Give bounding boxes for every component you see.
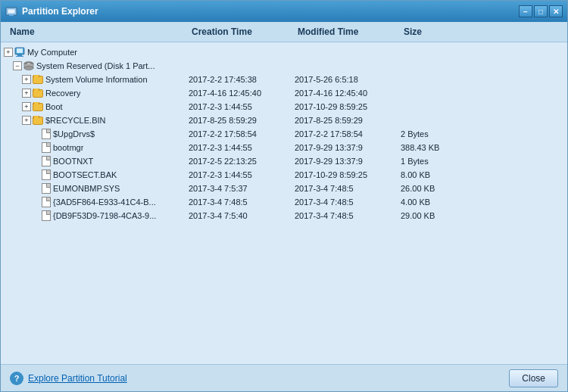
file-icon — [42, 142, 51, 153]
cell-size-bootnxt: 1 Bytes — [398, 157, 473, 166]
cell-name-guid1: {3AD5F864-E933-41C4-B... — [4, 197, 186, 207]
cell-creation-bootsect-bak: 2017-2-3 1:44:55 — [186, 170, 292, 179]
col-creation-header: Creation Time — [189, 25, 295, 39]
cell-modified-boot: 2017-10-29 8:59:25 — [292, 102, 398, 111]
tree-row-recycle-bin[interactable]: +$RECYCLE.BIN2017-8-25 8:59:292017-8-25 … — [1, 114, 567, 127]
cell-modified-system-volume-information: 2017-5-26 6:5:18 — [292, 75, 398, 84]
cell-name-system-reserved: −System Reserved (Disk 1 Part... — [4, 61, 186, 71]
col-size-header: Size — [401, 25, 476, 39]
file-icon — [42, 210, 51, 221]
file-tree[interactable]: +My Computer−System Reserved (Disk 1 Par… — [1, 42, 567, 364]
svg-point-9 — [24, 67, 33, 70]
cell-modified-upgdrvs: 2017-2-2 17:58:54 — [292, 129, 398, 138]
expand-button-recycle-bin[interactable]: + — [22, 116, 31, 125]
cell-modified-guid1: 2017-3-4 7:48:5 — [292, 198, 398, 207]
explore-tutorial-link[interactable]: Explore Partition Tutorial — [28, 373, 127, 384]
row-name-text-system-reserved: System Reserved (Disk 1 Part... — [36, 61, 155, 70]
row-name-text-recycle-bin: $RECYCLE.BIN — [45, 116, 105, 125]
tree-row-bootsect-bak[interactable]: BOOTSECT.BAK2017-2-3 1:44:552017-10-29 8… — [1, 168, 567, 182]
maximize-button[interactable]: □ — [534, 5, 548, 17]
cell-modified-guid2: 2017-3-4 7:48:5 — [292, 211, 398, 220]
svg-rect-1 — [8, 9, 15, 14]
expand-button-system-volume-information[interactable]: + — [22, 75, 31, 84]
cell-creation-recycle-bin: 2017-8-25 8:59:29 — [186, 116, 292, 125]
folder-icon — [33, 103, 43, 111]
minimize-button[interactable]: − — [519, 5, 532, 17]
file-icon — [42, 183, 51, 194]
app-icon — [5, 5, 17, 17]
tree-row-upgdrvs[interactable]: $UpgDrvs$2017-2-2 17:58:542017-2-2 17:58… — [1, 127, 567, 141]
expand-button-my-computer[interactable]: + — [4, 48, 13, 57]
cell-modified-bootnxt: 2017-9-29 13:37:9 — [292, 157, 398, 166]
svg-rect-6 — [16, 56, 23, 57]
cell-modified-recycle-bin: 2017-8-25 8:59:29 — [292, 116, 398, 125]
row-name-text-guid1: {3AD5F864-E933-41C4-B... — [53, 198, 156, 207]
row-name-text-eumonbmp-sys: EUMONBMP.SYS — [53, 184, 120, 193]
main-content: Name Creation Time Modified Time Size +M… — [1, 22, 567, 364]
file-icon — [42, 197, 51, 207]
cell-name-recycle-bin: +$RECYCLE.BIN — [4, 116, 186, 125]
row-name-text-bootsect-bak: BOOTSECT.BAK — [53, 170, 117, 179]
row-name-text-system-volume-information: System Volume Information — [45, 75, 148, 84]
row-name-text-recovery: Recovery — [45, 89, 80, 98]
tree-row-system-reserved[interactable]: −System Reserved (Disk 1 Part... — [1, 59, 567, 73]
cell-name-upgdrvs: $UpgDrvs$ — [4, 129, 186, 139]
cell-creation-upgdrvs: 2017-2-2 17:58:54 — [186, 129, 292, 138]
disk-icon — [23, 61, 34, 71]
tree-row-bootnxt[interactable]: BOOTNXT2017-2-5 22:13:252017-9-29 13:37:… — [1, 154, 567, 168]
tree-row-bootmgr[interactable]: bootmgr2017-2-3 1:44:552017-9-29 13:37:9… — [1, 141, 567, 154]
file-icon — [42, 129, 51, 139]
cell-creation-eumonbmp-sys: 2017-3-4 7:5:37 — [186, 184, 292, 193]
cell-creation-guid1: 2017-3-4 7:48:5 — [186, 198, 292, 207]
expand-button-recovery[interactable]: + — [22, 89, 31, 98]
cell-modified-recovery: 2017-4-16 12:45:40 — [292, 89, 398, 98]
cell-name-bootmgr: bootmgr — [4, 142, 186, 153]
cell-size-eumonbmp-sys: 26.00 KB — [398, 184, 473, 193]
folder-icon — [33, 89, 43, 98]
cell-name-boot: +Boot — [4, 102, 186, 111]
cell-size-guid1: 4.00 KB — [398, 198, 473, 207]
row-name-text-my-computer: My Computer — [27, 48, 77, 57]
cell-creation-boot: 2017-2-3 1:44:55 — [186, 102, 292, 111]
svg-point-10 — [27, 63, 30, 64]
tree-row-eumonbmp-sys[interactable]: EUMONBMP.SYS2017-3-4 7:5:372017-3-4 7:48… — [1, 182, 567, 195]
window-controls: − □ ✕ — [519, 5, 563, 17]
close-button[interactable]: Close — [509, 369, 558, 387]
cell-name-bootnxt: BOOTNXT — [4, 156, 186, 166]
cell-name-guid2: {DB9F53D9-7198-4CA3-9... — [4, 210, 186, 221]
table-header: Name Creation Time Modified Time Size — [1, 22, 567, 42]
help-icon[interactable]: ? — [10, 372, 23, 385]
tree-row-my-computer[interactable]: +My Computer — [1, 45, 567, 59]
cell-creation-guid2: 2017-3-4 7:5:40 — [186, 211, 292, 220]
file-icon — [42, 170, 51, 180]
window-title: Partition Explorer — [22, 6, 519, 17]
cell-name-recovery: +Recovery — [4, 89, 186, 98]
tree-row-recovery[interactable]: +Recovery2017-4-16 12:45:402017-4-16 12:… — [1, 86, 567, 100]
svg-rect-4 — [17, 48, 23, 53]
cell-name-eumonbmp-sys: EUMONBMP.SYS — [4, 183, 186, 194]
tree-row-guid2[interactable]: {DB9F53D9-7198-4CA3-9...2017-3-4 7:5:402… — [1, 209, 567, 222]
expand-button-system-reserved[interactable]: − — [13, 61, 22, 70]
cell-size-upgdrvs: 2 Bytes — [398, 129, 473, 138]
tree-row-system-volume-information[interactable]: +System Volume Information2017-2-2 17:45… — [1, 73, 567, 86]
expand-button-boot[interactable]: + — [22, 102, 31, 111]
cell-creation-system-volume-information: 2017-2-2 17:45:38 — [186, 75, 292, 84]
title-bar: Partition Explorer − □ ✕ — [1, 1, 567, 22]
row-name-text-bootmgr: bootmgr — [53, 143, 83, 152]
col-name-header: Name — [7, 25, 189, 39]
svg-rect-2 — [9, 14, 14, 16]
svg-rect-5 — [17, 54, 22, 56]
cell-creation-bootmgr: 2017-2-3 1:44:55 — [186, 143, 292, 152]
row-name-text-bootnxt: BOOTNXT — [53, 157, 93, 166]
tree-row-guid1[interactable]: {3AD5F864-E933-41C4-B...2017-3-4 7:48:52… — [1, 195, 567, 209]
row-name-text-guid2: {DB9F53D9-7198-4CA3-9... — [53, 211, 156, 220]
close-window-button[interactable]: ✕ — [549, 5, 563, 17]
cell-name-system-volume-information: +System Volume Information — [4, 75, 186, 84]
folder-icon — [33, 76, 43, 84]
col-modified-header: Modified Time — [295, 25, 401, 39]
folder-icon — [33, 117, 43, 125]
partition-explorer-window: Partition Explorer − □ ✕ Name Creation T… — [0, 0, 568, 392]
bottom-bar: ? Explore Partition Tutorial Close — [1, 364, 567, 391]
file-icon — [42, 156, 51, 166]
tree-row-boot[interactable]: +Boot2017-2-3 1:44:552017-10-29 8:59:25 — [1, 100, 567, 114]
